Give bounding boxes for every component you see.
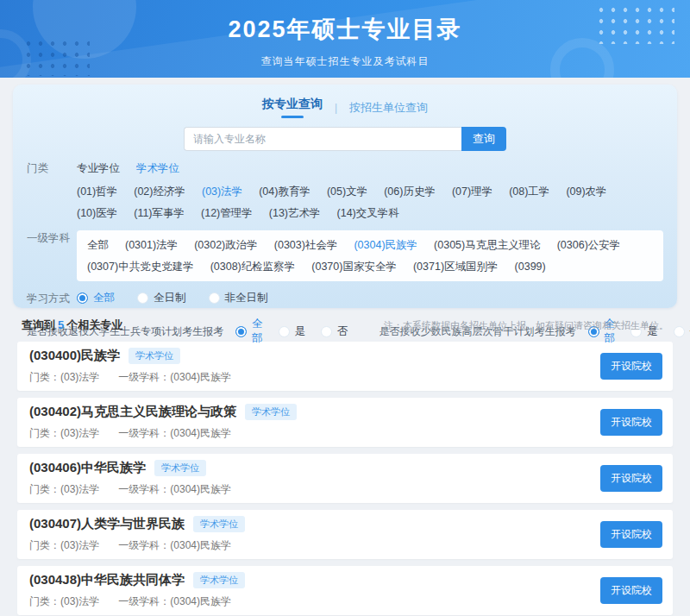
study-mode-option[interactable]: 全日制: [137, 291, 186, 305]
radio-icon: [137, 292, 148, 304]
category-code-option[interactable]: (08)工学: [509, 184, 549, 199]
degree-type-option[interactable]: 专业学位: [77, 160, 120, 176]
results-list: (030400)民族学 学术学位 门类：(03)法学一级学科：(0304)民族学…: [17, 342, 673, 615]
question-veteran-option[interactable]: 是: [279, 324, 306, 339]
discipline-label: 一级学科: [27, 230, 77, 246]
degree-type-option[interactable]: 学术学位: [136, 160, 179, 176]
discipline-option[interactable]: (0308)纪检监察学: [210, 259, 296, 274]
result-card-info: (0304J8)中华民族共同体学 学术学位 门类：(03)法学一级学科：(030…: [29, 572, 245, 609]
question-veteran-option[interactable]: 全部: [235, 317, 263, 346]
meta-discipline-label: 一级学科：: [118, 539, 170, 551]
degree-badge: 学术学位: [154, 460, 206, 476]
meta-discipline-label: 一级学科：: [118, 427, 170, 439]
result-meta: 门类：(03)法学一级学科：(0304)民族学: [29, 370, 231, 385]
category-code-option[interactable]: (01)哲学: [77, 184, 117, 199]
search-button[interactable]: 查询: [461, 127, 506, 151]
result-meta: 门类：(03)法学一级学科：(0304)民族学: [29, 594, 245, 609]
radio-icon: [321, 326, 332, 337]
tab-by-major[interactable]: 按专业查询: [262, 97, 323, 118]
category-code-option[interactable]: (12)管理学: [201, 205, 253, 221]
question-minority-option[interactable]: 否: [674, 324, 690, 339]
radio-icon: [77, 292, 88, 304]
discipline-option[interactable]: (0302)政治学: [194, 237, 258, 253]
result-card: (030406)中华民族学 学术学位 门类：(03)法学一级学科：(0304)民…: [17, 454, 673, 503]
discipline-option[interactable]: 全部: [87, 237, 109, 253]
category-row: 门类 专业学位 学术学位: [27, 160, 663, 176]
filter-panel: 按专业查询 | 按招生单位查询 查询 门类 专业学位 学术学位: [13, 85, 677, 308]
category-code-option[interactable]: (10)医学: [77, 205, 117, 221]
radio-icon: [235, 326, 247, 337]
meta-discipline-label: 一级学科：: [118, 595, 170, 607]
radio-icon: [209, 292, 220, 304]
meta-category-label: 门类：: [29, 595, 60, 607]
open-schools-button[interactable]: 开设院校: [600, 521, 662, 548]
page: 2025年硕士专业目录 查询当年硕士招生专业及考试科目 按专业查询 | 按招生单…: [0, 0, 690, 616]
result-card-info: (030407)人类学与世界民族 学术学位 门类：(03)法学一级学科：(030…: [29, 516, 245, 553]
discipline-option[interactable]: (0303)社会学: [274, 237, 338, 253]
result-title: (030407)人类学与世界民族: [29, 516, 185, 532]
results-note: 注：本系统数据由各招生单位上报，如有疑问请咨询相关招生单位。: [384, 319, 668, 332]
query-tabs: 按专业查询 | 按招生单位查询: [27, 93, 663, 118]
result-card-info: (030406)中华民族学 学术学位 门类：(03)法学一级学科：(0304)民…: [29, 460, 231, 497]
category-code-option[interactable]: (05)文学: [327, 184, 367, 199]
discipline-option[interactable]: (0305)马克思主义理论: [434, 237, 541, 253]
result-title-row: (030407)人类学与世界民族 学术学位: [29, 516, 245, 532]
study-mode-label: 学习方式: [27, 291, 77, 306]
result-meta: 门类：(03)法学一级学科：(0304)民族学: [29, 426, 297, 441]
category-code-option[interactable]: (02)经济学: [134, 184, 185, 199]
tab-by-major-label: 按专业查询: [262, 97, 323, 110]
category-code-option[interactable]: (09)农学: [566, 184, 606, 199]
meta-discipline-value: (0304)民族学: [170, 371, 231, 383]
category-code-option[interactable]: (06)历史学: [384, 184, 436, 199]
discipline-option[interactable]: (0301)法学: [125, 237, 178, 253]
open-schools-button[interactable]: 开设院校: [600, 577, 662, 604]
meta-category-label: 门类：: [29, 427, 60, 439]
category-label: 门类: [27, 160, 77, 176]
discipline-row: 一级学科 全部 (0301)法学 (0302)政治学 (0303)社会学 (03…: [27, 230, 663, 281]
category-code-option[interactable]: (03)法学: [202, 184, 242, 199]
result-card: (030400)民族学 学术学位 门类：(03)法学一级学科：(0304)民族学…: [17, 342, 673, 391]
discipline-option[interactable]: (0370)国家安全学: [311, 259, 397, 274]
discipline-options-box: 全部 (0301)法学 (0302)政治学 (0303)社会学 (0304)民族…: [77, 230, 663, 281]
result-title: (0304J8)中华民族共同体学: [29, 572, 185, 588]
results-count: 查询到5个相关专业: [22, 317, 122, 333]
degree-badge: 学术学位: [129, 348, 180, 364]
study-mode-option[interactable]: 全部: [77, 291, 115, 305]
results-count-suffix: 个相关专业: [66, 318, 122, 331]
radio-label: 是: [295, 324, 306, 339]
question-veteran-options: 全部 是 否: [235, 317, 348, 346]
meta-discipline-value: (0304)民族学: [170, 595, 231, 607]
discipline-option[interactable]: (0371)区域国别学: [413, 259, 499, 274]
study-mode-option[interactable]: 非全日制: [209, 291, 268, 305]
discipline-option[interactable]: (0307)中共党史党建学: [87, 259, 194, 274]
discipline-option[interactable]: (0304)民族学: [354, 237, 417, 253]
tab-by-unit[interactable]: 按招生单位查询: [349, 100, 428, 116]
result-title-row: (0304J8)中华民族共同体学 学术学位: [29, 572, 245, 588]
discipline-option[interactable]: (0399): [515, 259, 546, 274]
meta-category-label: 门类：: [29, 371, 60, 383]
category-code-option[interactable]: (07)理学: [452, 184, 492, 199]
result-card-info: (030400)民族学 学术学位 门类：(03)法学一级学科：(0304)民族学: [29, 348, 231, 385]
category-code-option[interactable]: (11)军事学: [134, 205, 185, 221]
category-code-option[interactable]: (13)艺术学: [269, 205, 321, 221]
degree-type-options: 专业学位 学术学位: [77, 160, 179, 176]
degree-badge: 学术学位: [193, 516, 245, 532]
tab-active-underline: [281, 116, 304, 118]
meta-discipline-value: (0304)民族学: [170, 539, 231, 551]
discipline-option[interactable]: (0306)公安学: [557, 237, 621, 253]
radio-icon: [674, 326, 685, 337]
degree-badge: 学术学位: [193, 572, 245, 588]
result-meta: 门类：(03)法学一级学科：(0304)民族学: [29, 538, 245, 553]
radio-label: 全日制: [154, 291, 186, 305]
open-schools-button[interactable]: 开设院校: [600, 353, 662, 380]
question-veteran-option[interactable]: 否: [321, 324, 348, 339]
search-input[interactable]: [184, 127, 461, 151]
open-schools-button[interactable]: 开设院校: [600, 465, 662, 492]
category-code-option[interactable]: (04)教育学: [259, 184, 310, 199]
result-title-row: (030406)中华民族学 学术学位: [29, 460, 231, 476]
open-schools-button[interactable]: 开设院校: [600, 409, 662, 436]
category-code-option[interactable]: (14)交叉学科: [337, 205, 399, 221]
meta-category-value: (03)法学: [60, 427, 99, 439]
header-banner: 2025年硕士专业目录 查询当年硕士招生专业及考试科目: [0, 0, 690, 78]
radio-label: 全部: [252, 317, 263, 346]
